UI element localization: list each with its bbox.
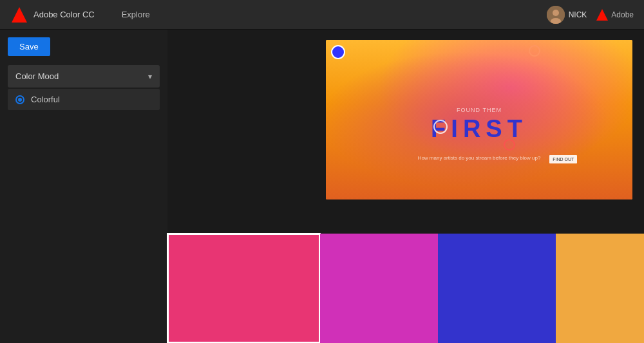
color-mood-dropdown[interactable]: Color Mood ▾ <box>8 65 160 88</box>
find-out-button: FIND OUT <box>549 155 577 163</box>
color-pick-white1[interactable] <box>433 120 448 134</box>
option-colorful-label: Colorful <box>31 95 60 104</box>
user-area[interactable]: NICK <box>547 6 587 24</box>
svg-marker-0 <box>12 7 27 23</box>
app-title: Adobe Color CC <box>33 10 95 19</box>
swatch-1[interactable] <box>320 234 438 343</box>
color-pick-red[interactable] <box>504 139 515 151</box>
main-area: Save Color Mood ▾ Colorful FOUND THEM FI… <box>0 30 644 343</box>
svg-marker-4 <box>596 9 608 21</box>
save-button[interactable]: Save <box>8 37 50 56</box>
swatch-3[interactable] <box>556 234 644 343</box>
adobe-logo-icon <box>10 6 28 24</box>
image-text-how: How many artists do you stream before th… <box>418 155 541 161</box>
swatch-2[interactable] <box>438 234 556 343</box>
dropdown-label: Color Mood <box>15 71 59 81</box>
header-right: NICK Adobe <box>547 6 634 24</box>
chevron-down-icon: ▾ <box>148 72 152 81</box>
svg-point-2 <box>553 10 559 16</box>
content-area: FOUND THEM FIRST How many artists do you… <box>167 30 644 343</box>
adobe-label: Adobe <box>611 10 634 19</box>
adobe-brand: Adobe <box>596 8 634 21</box>
image-background: FOUND THEM FIRST How many artists do you… <box>326 40 632 199</box>
logo-area: Adobe Color CC <box>10 6 95 24</box>
user-name: NICK <box>569 10 587 19</box>
nav-explore[interactable]: Explore <box>110 0 177 30</box>
swatch-0[interactable] <box>167 234 320 343</box>
app-header: Adobe Color CC Create Explore My Themes … <box>0 0 644 30</box>
adobe-icon <box>596 8 609 21</box>
radio-colorful <box>15 95 24 104</box>
option-colorful[interactable]: Colorful <box>8 89 160 110</box>
avatar <box>547 6 565 24</box>
color-pick-blue[interactable] <box>331 45 345 59</box>
image-text-found: FOUND THEM <box>457 107 502 113</box>
source-image: FOUND THEM FIRST How many artists do you… <box>326 40 632 199</box>
sidebar: Save Color Mood ▾ Colorful <box>0 30 167 343</box>
color-swatches <box>167 234 644 343</box>
